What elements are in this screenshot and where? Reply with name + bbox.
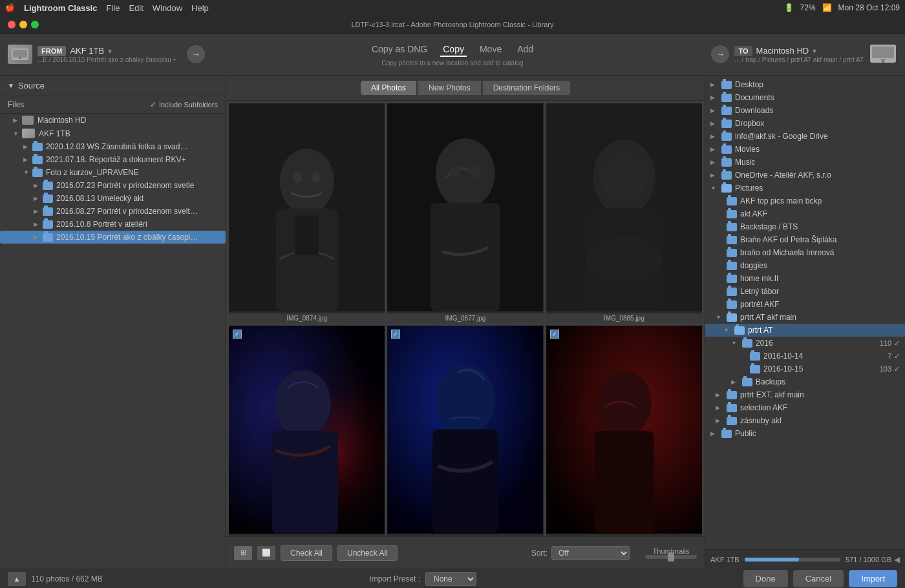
folder-icon xyxy=(721,107,732,115)
tree-item-akf-1tb[interactable]: ▼ AKF 1TB xyxy=(0,127,226,140)
right-panel: ▶ Desktop ▶ Documents ▶ Downloads ▶ xyxy=(705,76,905,569)
mode-copy[interactable]: Copy xyxy=(440,43,467,57)
thumbnail-size-slider[interactable] xyxy=(645,555,697,559)
close-button[interactable] xyxy=(8,21,16,28)
photo-checkbox[interactable]: ✓ xyxy=(391,330,400,339)
loupe-view-button[interactable]: ⬜ xyxy=(257,546,275,560)
rt-item-onedrive[interactable]: ▶ OneDrive - Ateliér AKF, s.r.o xyxy=(705,169,905,182)
menu-window[interactable]: Window xyxy=(153,3,182,13)
rt-item-portret-akf[interactable]: portrét AKF xyxy=(705,298,905,311)
photo-checkbox[interactable]: ✓ xyxy=(233,330,242,339)
svg-point-22 xyxy=(585,236,663,282)
tree-item-folder1[interactable]: ▶ 2020.12.03 WS Zásnubnä fotka a svadba … xyxy=(0,140,226,153)
from-arrow-button[interactable]: → xyxy=(187,45,205,63)
rt-item-documents[interactable]: ▶ Documents xyxy=(705,91,905,104)
source-toggle[interactable]: ▼ xyxy=(8,82,14,89)
rt-item-doggies[interactable]: doggies xyxy=(705,259,905,272)
filter-new-photos[interactable]: New Photos xyxy=(418,81,482,95)
minimize-button[interactable] xyxy=(19,21,27,28)
folder-icon xyxy=(721,120,732,128)
rt-item-brano-sipla[interactable]: Braňo AKF od Petra Šipláka xyxy=(705,233,905,246)
import-button[interactable]: Import xyxy=(849,570,897,587)
mode-add[interactable]: Add xyxy=(515,43,536,57)
rt-item-movies[interactable]: ▶ Movies xyxy=(705,143,905,156)
tree-item-2016-08-13[interactable]: ▶ 2016.08.13 Umelecký akt xyxy=(0,192,226,205)
photo-item[interactable]: IMG_0874.jpg xyxy=(229,103,385,323)
tree-item-folder2[interactable]: ▶ 2021.07.18. Reportáž a dokument RKV+ xyxy=(0,153,226,166)
to-arrow-button[interactable]: → xyxy=(711,45,729,63)
tree-item-foto-kurzov[interactable]: ▼ Foto z kurzov_UPRAVENE xyxy=(0,166,226,179)
rt-item-prtrt-at-akf-main[interactable]: ▼ prtrt AT akf main xyxy=(705,311,905,324)
tree-item-macintosh-hd[interactable]: ▶ Macintosh HD xyxy=(0,114,226,127)
include-subfolders[interactable]: ✓ Include Subfolders xyxy=(150,100,218,109)
menu-help[interactable]: Help xyxy=(191,3,209,13)
menu-edit[interactable]: Edit xyxy=(129,3,143,13)
tree-item-2016-07[interactable]: ▶ 2016.07.23 Portrét v prirodzenom svetl… xyxy=(0,179,226,192)
subfolders-checkbox[interactable]: ✓ xyxy=(150,100,156,109)
wifi-icon: 📶 xyxy=(822,3,832,12)
maximize-button[interactable] xyxy=(31,21,39,28)
photo-checkbox[interactable]: ✓ xyxy=(550,330,559,339)
rt-item-brano-imreova[interactable]: braňo od Michaela Imreová xyxy=(705,246,905,259)
rt-item-selection-akf[interactable]: ▶ selection AKF xyxy=(705,401,905,414)
rt-item-prtrt-at[interactable]: ▼ prtrt AT xyxy=(705,324,905,337)
collapse-panel-button[interactable]: ▲ xyxy=(8,572,26,586)
rt-item-music[interactable]: ▶ Music xyxy=(705,156,905,169)
grid-view-button[interactable]: ⊞ xyxy=(234,546,252,560)
filter-all-photos[interactable]: All Photos xyxy=(361,81,417,95)
apple-logo[interactable]: 🍎 xyxy=(5,3,15,12)
tree-item-2016-08-27[interactable]: ▶ 2016.08.27 Portrét v prirodzenom svelt… xyxy=(0,205,226,218)
rt-item-akt-akf[interactable]: akt AKF xyxy=(705,207,905,220)
import-preset-dropdown[interactable]: None xyxy=(425,572,476,586)
rt-item-2016-10-14[interactable]: 2016-10-14 7 ✓ xyxy=(705,350,905,362)
done-button[interactable]: Done xyxy=(743,570,788,587)
svg-point-2 xyxy=(19,58,21,59)
to-info: TO Macintosh HD ▾ ... / trap / Pictures … xyxy=(734,46,864,63)
rt-item-desktop[interactable]: ▶ Desktop xyxy=(705,78,905,91)
photo-item[interactable]: IMG_0885.jpg xyxy=(546,103,702,323)
rt-item-zasnuby-akf[interactable]: ▶ zásnuby akf xyxy=(705,414,905,427)
rt-item-akf-top[interactable]: AKF top pics main bckp xyxy=(705,194,905,207)
cancel-button[interactable]: Cancel xyxy=(793,570,844,587)
sort-section: Sort: Off Capture Time Filename xyxy=(531,546,630,560)
photo-item[interactable]: ✓ xyxy=(387,326,543,536)
tree-label: AKF 1TB xyxy=(39,129,70,138)
clock: Mon 28 Oct 12:09 xyxy=(838,3,900,12)
rt-item-dropbox[interactable]: ▶ Dropbox xyxy=(705,117,905,130)
photo-filename: IMG_0889.jpg xyxy=(229,536,385,536)
rt-item-home-mk2[interactable]: home mk.II xyxy=(705,272,905,285)
rt-item-backstage[interactable]: Backstage / BTS xyxy=(705,220,905,233)
folder-icon xyxy=(727,404,737,412)
svg-point-17 xyxy=(470,165,481,178)
rt-item-letny-tabor[interactable]: Letný tábor xyxy=(705,285,905,298)
filter-destination-folders[interactable]: Destination Folders xyxy=(483,81,570,95)
sort-dropdown[interactable]: Off Capture Time Filename xyxy=(551,546,630,560)
folder-icon xyxy=(721,430,732,438)
from-path: ...E / 2016.10.15 Portrét ako z obálky č… xyxy=(37,56,176,63)
tree-item-2016-10-15[interactable]: ▶ 2016.10.15 Portrét ako z obálky časopi… xyxy=(0,231,226,244)
photo-item[interactable]: IMG_0877.jpg xyxy=(387,103,543,323)
check-all-button[interactable]: Check All xyxy=(281,545,332,561)
photo-filename: IMG_0890.jpg xyxy=(387,536,543,536)
rt-item-downloads[interactable]: ▶ Downloads xyxy=(705,104,905,117)
rt-item-google-drive[interactable]: ▶ info@akf.sk - Google Drive xyxy=(705,130,905,143)
rt-item-2016[interactable]: ▼ 2016 110 ✓ xyxy=(705,337,905,350)
rt-item-backups[interactable]: ▶ Backups xyxy=(705,375,905,388)
storage-arrow[interactable]: ◀ xyxy=(894,555,900,564)
svg-rect-1 xyxy=(13,50,27,58)
uncheck-all-button[interactable]: Uncheck All xyxy=(337,545,398,561)
rt-item-2016-10-15[interactable]: 2016-10-15 103 ✓ xyxy=(705,362,905,375)
photo-item[interactable]: ✓ xyxy=(229,326,385,536)
rt-item-prtrt-ext[interactable]: ▶ prtrt EXT. akf main xyxy=(705,388,905,401)
mode-move[interactable]: Move xyxy=(477,43,504,57)
folder-icon xyxy=(721,132,732,141)
menu-file[interactable]: File xyxy=(106,3,120,13)
mode-copy-as-dng[interactable]: Copy as DNG xyxy=(369,43,430,57)
from-drive-name: AKF 1TB xyxy=(70,46,104,56)
slider-handle[interactable] xyxy=(668,552,674,562)
photo-item[interactable]: ✓ IMG_0892.jpg xyxy=(546,326,702,536)
rt-item-public[interactable]: ▶ Public xyxy=(705,427,905,440)
tree-item-2016-10-8[interactable]: ▶ 2016.10.8 Portrét v ateliéri xyxy=(0,218,226,231)
main-content: ▼ Source Files ✓ Include Subfolders ▶ Ma… xyxy=(0,76,905,569)
rt-item-pictures[interactable]: ▼ Pictures xyxy=(705,182,905,194)
